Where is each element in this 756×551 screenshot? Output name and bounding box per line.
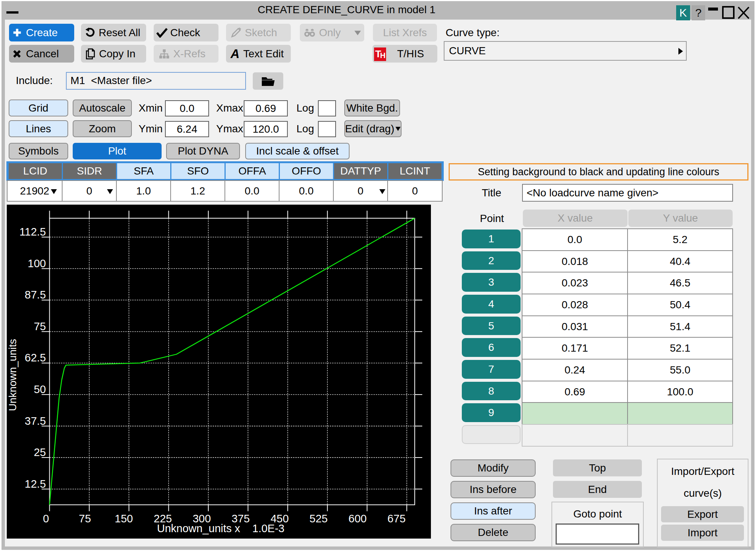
svg-text:75: 75	[34, 320, 46, 332]
svg-text:Unknown_units: Unknown_units	[7, 339, 18, 411]
svg-text:112.5: 112.5	[20, 226, 46, 238]
svg-text:Unknown_units x 1.0E-3: Unknown_units x 1.0E-3	[157, 522, 285, 534]
svg-text:600: 600	[348, 513, 367, 525]
svg-text:50: 50	[34, 383, 46, 395]
svg-text:37.5: 37.5	[25, 415, 46, 427]
svg-text:25: 25	[34, 446, 46, 458]
svg-text:12.5: 12.5	[25, 478, 46, 490]
svg-text:100: 100	[28, 257, 46, 269]
svg-text:87.5: 87.5	[25, 289, 46, 301]
svg-text:0: 0	[43, 513, 49, 525]
svg-text:150: 150	[115, 513, 133, 525]
svg-text:75: 75	[79, 513, 91, 525]
svg-text:675: 675	[387, 513, 405, 525]
svg-text:525: 525	[310, 513, 328, 525]
svg-text:62.5: 62.5	[25, 352, 46, 364]
